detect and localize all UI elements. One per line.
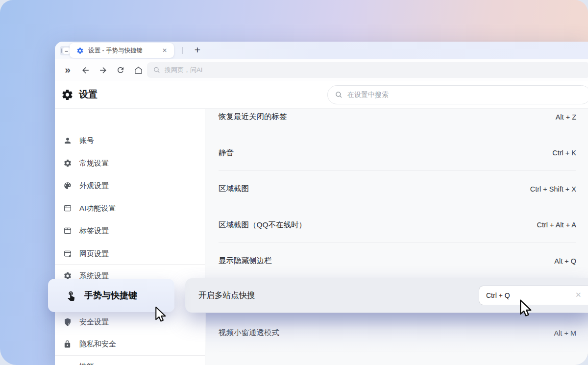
tab-separator [182,47,183,54]
shortcut-row-active[interactable]: 开启多站点快搜 Ctrl + Q ✕ [185,278,588,313]
shortcut-list-bottom: 视频小窗通透模式 Alt + M [205,315,588,351]
shortcut-input[interactable]: Ctrl + Q ✕ [479,286,588,305]
shortcut-label: 静音 [219,148,234,158]
sidebar-item-label: 手势与快捷键 [84,290,137,301]
shortcut-settings-panel: 恢复最近关闭的标签 Alt + Z 静音 Ctrl + K 区域截图 Ctrl … [205,109,588,365]
palette-icon [63,181,72,191]
home-icon[interactable] [129,61,147,79]
shortcut-label: 区域截图 [219,184,249,194]
navigation-bar: » 搜网页，问AI [55,59,588,81]
tab-title: 设置 - 手势与快捷键 [88,47,160,55]
shortcut-keys[interactable]: Alt + M [554,329,576,337]
shortcut-keys[interactable]: Alt + Z [556,113,576,121]
sidebar-item-general[interactable]: 常规设置 [55,152,205,174]
shortcut-label: 视频小窗通透模式 [219,328,279,338]
tab-icon [63,226,72,236]
back-icon[interactable] [76,61,94,79]
shortcut-row: 区域截图 Ctrl + Shift + X [205,171,588,207]
sidebar: 账号 常规设置 外观设置 AI功能设置 标签设置 [55,109,205,365]
sidebar-item-account[interactable]: 账号 [55,130,205,151]
address-placeholder: 搜网页，问AI [165,66,202,74]
gear-icon [63,159,72,168]
sidebar-item-performance[interactable]: 性能 [55,356,205,365]
shortcut-label: 开启多站点快搜 [198,290,255,301]
tab-favicon-gear-icon [76,47,84,54]
sidebar-item-tabs[interactable]: 标签设置 [55,220,205,242]
address-search-bar[interactable]: 搜网页，问AI [147,62,588,78]
shortcut-keys[interactable]: Ctrl + Shift + X [530,185,576,193]
window-icon [63,204,72,213]
search-icon [335,91,343,99]
settings-search-box[interactable]: 在设置中搜索 [327,85,588,104]
hand-pointer-icon [66,290,76,301]
tab-settings[interactable]: 设置 - 手势与快捷键 ✕ [70,43,174,58]
shortcut-row: 恢复最近关闭的标签 Alt + Z [205,109,588,135]
clear-icon[interactable]: ✕ [575,291,582,299]
sidebar-item-gestures-active[interactable]: 手势与快捷键 [48,279,174,312]
lock-icon [63,340,72,349]
shortcut-row: 显示隐藏侧边栏 Alt + Q [205,243,588,279]
sidebar-item-appearance[interactable]: 外观设置 [55,175,205,196]
shortcut-row: 区域截图（QQ不在线时） Ctrl + Alt + A [205,207,588,243]
forward-icon[interactable] [94,61,112,79]
settings-body: 账号 常规设置 外观设置 AI功能设置 标签设置 [55,109,588,365]
gauge-icon [63,362,72,365]
extensions-overflow-icon[interactable]: » [59,61,76,79]
shortcut-list: 恢复最近关闭的标签 Alt + Z 静音 Ctrl + K 区域截图 Ctrl … [205,109,588,279]
page-title: 设置 [79,88,98,101]
user-icon [63,136,72,146]
search-icon [153,66,161,74]
settings-search-placeholder: 在设置中搜索 [347,91,389,99]
new-tab-button[interactable]: + [190,43,205,57]
desktop-background: 803e407d803e407d803e407d803e407d803e407d… [0,0,588,365]
tab-bar: – 设置 - 手势与快捷键 ✕ + [55,42,588,59]
browser-window: 803e407d803e407d803e407d803e407d803e407d… [55,42,588,365]
shield-icon [63,317,72,327]
tab-close-icon[interactable]: ✕ [160,46,169,55]
shortcut-label: 区域截图（QQ不在线时） [219,220,306,230]
shortcut-row: 视频小窗通透模式 Alt + M [205,315,588,351]
shortcut-keys[interactable]: Ctrl + K [552,149,576,157]
sidebar-item-ai[interactable]: AI功能设置 [55,197,205,219]
sidebar-item-privacy[interactable]: 隐私和安全 [55,333,205,355]
shortcut-row: 静音 Ctrl + K [205,135,588,171]
shortcut-keys[interactable]: Alt + Q [554,257,576,265]
webpage-icon [63,249,72,259]
shortcut-keys[interactable]: Ctrl + Alt + A [537,221,576,229]
shortcut-input-value: Ctrl + Q [486,292,510,299]
settings-gear-icon [61,89,74,101]
settings-header: 设置 在设置中搜索 [55,81,588,109]
sidebar-item-webpage[interactable]: 网页设置 [55,243,205,265]
refresh-icon[interactable] [112,61,129,79]
shortcut-label: 显示隐藏侧边栏 [219,256,272,266]
shortcut-label: 恢复最近关闭的标签 [219,112,287,122]
sidebar-item-security[interactable]: 安全设置 [55,311,205,333]
